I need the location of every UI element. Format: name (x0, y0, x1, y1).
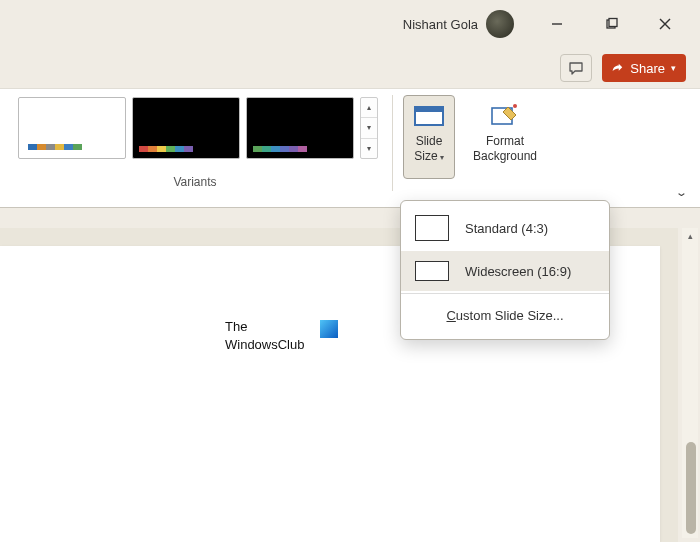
slide-text: The WindowsClub (225, 318, 304, 353)
comment-icon (568, 60, 584, 76)
share-button[interactable]: Share ▾ (602, 54, 686, 82)
palette-icon (28, 144, 82, 150)
slide-logo: The WindowsClub (225, 318, 338, 353)
chevron-up-icon[interactable]: ▴ (361, 98, 377, 118)
standard-option[interactable]: Standard (4:3) (401, 205, 609, 251)
chevron-up-icon[interactable]: ▴ (682, 228, 698, 244)
variant-thumb-dark2[interactable] (246, 97, 354, 159)
maximize-button[interactable] (588, 8, 634, 40)
custom-slide-size-option[interactable]: Custom Slide Size... (401, 296, 609, 335)
group-separator (392, 95, 393, 191)
avatar[interactable] (486, 10, 514, 38)
customize-group: Slide Size▾ Format Background (395, 89, 551, 207)
title-bar: Nishant Gola (0, 0, 700, 48)
widescreen-option[interactable]: Widescreen (16:9) (401, 251, 609, 291)
user-name: Nishant Gola (403, 17, 478, 32)
gallery-more-icon[interactable]: ▾ (361, 139, 377, 158)
chevron-down-icon: ▾ (671, 63, 676, 73)
minimize-button[interactable] (534, 8, 580, 40)
slide-size-button[interactable]: Slide Size▾ (403, 95, 455, 179)
user-area[interactable]: Nishant Gola (403, 10, 514, 38)
format-background-icon (489, 102, 521, 130)
comments-button[interactable] (560, 54, 592, 82)
slide-size-icon (413, 102, 445, 130)
collapse-ribbon-button[interactable]: ⌄ (675, 186, 688, 199)
close-button[interactable] (642, 8, 688, 40)
variant-thumb-dark1[interactable] (132, 97, 240, 159)
widescreen-thumb-icon (415, 261, 449, 281)
action-bar: Share ▾ (0, 48, 700, 88)
variants-gallery: ▴ ▾ ▾ (12, 97, 378, 159)
variants-label: Variants (173, 175, 216, 189)
chevron-down-icon: ▾ (440, 153, 444, 162)
gallery-scroll[interactable]: ▴ ▾ ▾ (360, 97, 378, 159)
standard-thumb-icon (415, 215, 449, 241)
widescreen-label: Widescreen (16:9) (465, 264, 571, 279)
svg-point-8 (513, 104, 517, 108)
ribbon: ▴ ▾ ▾ Variants Slide Size▾ Format Backgr… (0, 88, 700, 208)
palette-icon (253, 146, 307, 152)
format-background-button[interactable]: Format Background (459, 95, 551, 179)
standard-label: Standard (4:3) (465, 221, 548, 236)
share-icon (610, 61, 624, 75)
scrollbar-thumb[interactable] (686, 442, 696, 534)
dropdown-separator (401, 293, 609, 294)
palette-icon (139, 146, 193, 152)
variant-thumb-light[interactable] (18, 97, 126, 159)
variants-group: ▴ ▾ ▾ Variants (0, 89, 390, 207)
slide-size-dropdown: Standard (4:3) Widescreen (16:9) Custom … (400, 200, 610, 340)
chevron-down-icon[interactable]: ▾ (361, 118, 377, 138)
share-label: Share (630, 61, 665, 76)
windows-flag-icon (320, 320, 338, 338)
svg-rect-6 (416, 108, 442, 112)
svg-rect-2 (609, 19, 617, 27)
vertical-scrollbar[interactable]: ▴ (682, 228, 698, 538)
